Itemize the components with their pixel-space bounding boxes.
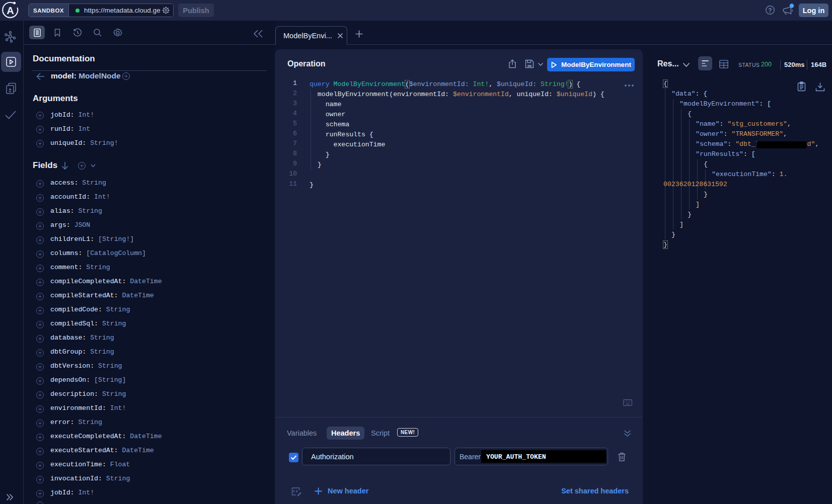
svg-text:?: ? [768, 7, 772, 14]
svg-text:A: A [7, 5, 14, 16]
